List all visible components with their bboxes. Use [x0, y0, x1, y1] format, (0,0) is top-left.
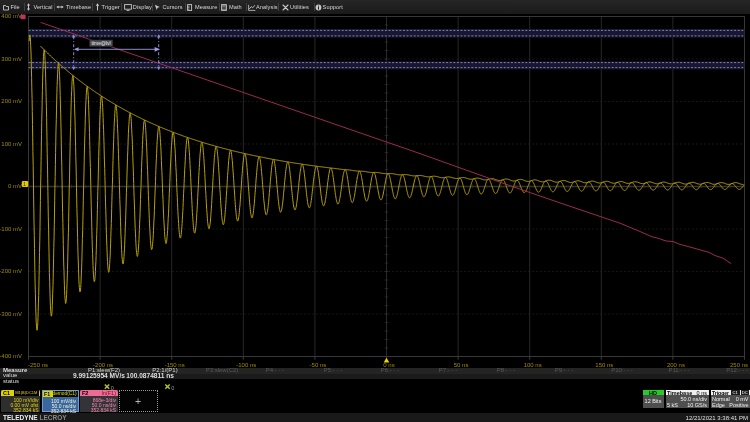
svg-text:1: 1 [23, 182, 26, 187]
svg-text:time@lvl: time@lvl [91, 40, 110, 46]
svg-text:0: 0 [171, 384, 174, 390]
